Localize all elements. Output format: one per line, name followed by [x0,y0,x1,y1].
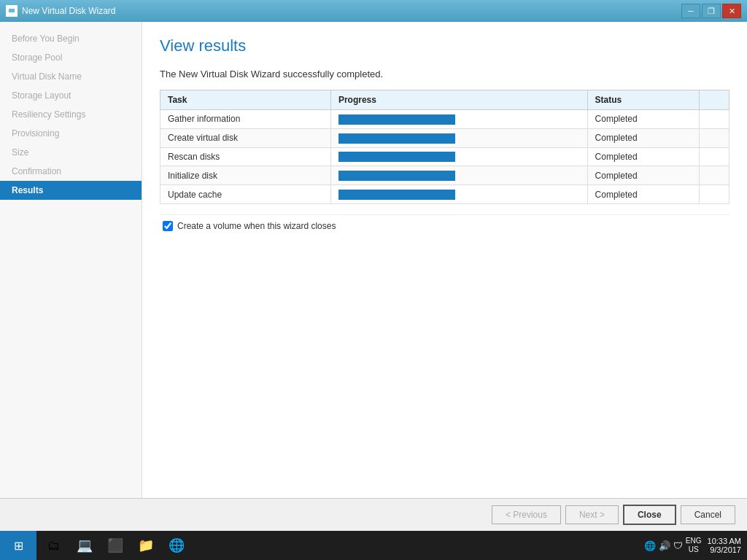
taskbar: ⊞ 🗂💻⬛📁🌐 🌐 🔊 🛡 ENGUS 10:33 AM 9/3/2017 [0,531,747,560]
nav-item-size: Size [0,143,142,162]
nav-item-virtual-disk-name: Virtual Disk Name [0,67,142,86]
progress-cell [330,147,587,166]
col-progress: Progress [330,90,587,110]
page-title: View results [160,36,729,55]
app-icon [6,5,18,17]
nav-item-before-you-begin: Before You Begin [0,29,142,48]
volume-tray-icon: 🔊 [659,540,670,551]
nav-item-storage-pool: Storage Pool [0,48,142,67]
detail-cell [700,147,729,166]
table-row: Create virtual diskCompleted [160,128,729,147]
col-detail [700,90,729,110]
wizard-content: View results The New Virtual Disk Wizard… [142,22,747,498]
table-row: Initialize diskCompleted [160,166,729,185]
next-button[interactable]: Next > [565,505,619,524]
nav-item-confirmation: Confirmation [0,162,142,181]
progress-bar-container [338,133,455,144]
task-cell: Initialize disk [160,166,331,185]
task-cell: Gather information [160,110,331,129]
close-button[interactable]: Close [623,505,676,525]
detail-cell [700,166,729,185]
progress-bar-fill [338,190,455,200]
create-volume-checkbox-area: Create a volume when this wizard closes [160,214,729,237]
progress-cell [330,128,587,147]
status-cell: Completed [587,166,700,185]
nav-item-storage-layout: Storage Layout [0,86,142,105]
col-status: Status [587,90,700,110]
table-row: Rescan disksCompleted [160,147,729,166]
network-icon[interactable]: 🌐 [162,532,191,559]
progress-cell [330,110,587,129]
progress-bar-container [338,114,455,125]
system-tray-icons: 🌐 🔊 🛡 [641,540,686,551]
create-volume-label[interactable]: Create a volume when this wizard closes [177,221,336,231]
progress-cell [330,185,587,204]
progress-cell [330,166,587,185]
window-controls[interactable]: ─ ❐ ✕ [681,4,741,18]
results-table: Task Progress Status Gather informationC… [160,90,729,204]
success-message: The New Virtual Disk Wizard successfully… [160,69,729,79]
computer-icon[interactable]: 💻 [70,532,99,559]
status-cell: Completed [587,147,700,166]
table-row: Update cacheCompleted [160,185,729,204]
network-tray-icon: 🌐 [644,540,656,551]
taskbar-clock: 10:33 AM 9/3/2017 [702,537,747,554]
progress-bar-container [338,190,455,200]
status-cell: Completed [587,128,700,147]
previous-button[interactable]: < Previous [492,505,561,524]
wizard-footer: < Previous Next > Close Cancel [0,498,747,531]
window-title: New Virtual Disk Wizard [22,6,115,16]
shield-tray-icon: 🛡 [673,540,683,551]
folder-icon[interactable]: 📁 [131,532,160,559]
table-row: Gather informationCompleted [160,110,729,129]
progress-bar-fill [338,152,455,162]
cancel-button[interactable]: Cancel [681,505,735,524]
progress-bar-container [338,152,455,162]
detail-cell [700,185,729,204]
wizard-body: Before You BeginStorage PoolVirtual Disk… [0,22,747,498]
start-button[interactable]: ⊞ [0,531,36,560]
task-cell: Create virtual disk [160,128,331,147]
status-cell: Completed [587,185,700,204]
create-volume-checkbox[interactable] [163,221,173,231]
wizard-nav: Before You BeginStorage PoolVirtual Disk… [0,22,142,498]
clock-date: 9/3/2017 [710,545,741,554]
status-cell: Completed [587,110,700,129]
powershell-icon[interactable]: ⬛ [101,532,130,559]
nav-item-resiliency-settings: Resiliency Settings [0,105,142,124]
progress-bar-fill [338,114,455,125]
close-window-button[interactable]: ✕ [722,4,741,18]
title-bar: New Virtual Disk Wizard ─ ❐ ✕ [0,0,747,22]
taskbar-apps: 🗂💻⬛📁🌐 [36,532,641,559]
detail-cell [700,128,729,147]
progress-bar-container [338,171,455,181]
svg-rect-1 [9,9,15,12]
nav-item-results: Results [0,181,142,200]
clock-time: 10:33 AM [708,537,741,545]
nav-item-provisioning: Provisioning [0,124,142,143]
language-badge: ENGUS [686,537,702,554]
maximize-button[interactable]: ❐ [702,4,721,18]
title-bar-left: New Virtual Disk Wizard [6,5,115,17]
task-cell: Update cache [160,185,331,204]
file-explorer-icon[interactable]: 🗂 [39,532,69,559]
task-cell: Rescan disks [160,147,331,166]
progress-bar-fill [338,171,455,181]
progress-bar-fill [338,133,455,144]
col-task: Task [160,90,331,110]
detail-cell [700,110,729,129]
minimize-button[interactable]: ─ [681,4,700,18]
